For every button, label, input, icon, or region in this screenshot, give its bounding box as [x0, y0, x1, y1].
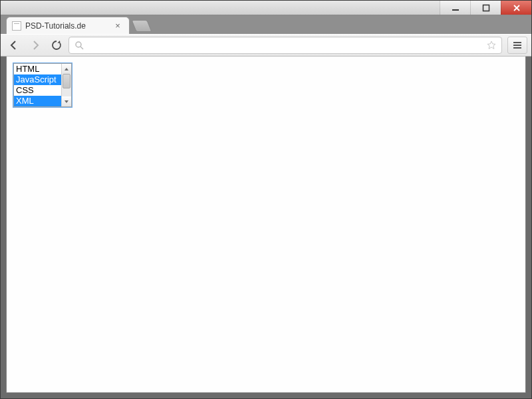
scrollbar-down-button[interactable]: [62, 96, 71, 106]
listbox-option[interactable]: XML: [14, 96, 61, 106]
window-titlebar: [1, 1, 531, 15]
browser-menu-button[interactable]: [507, 37, 527, 54]
tab-title: PSD-Tutorials.de: [25, 21, 109, 31]
bookmark-star-icon[interactable]: [487, 41, 496, 50]
listbox-items: HTML JavaScript CSS XML: [14, 64, 61, 106]
page-body: HTML JavaScript CSS XML: [7, 57, 525, 392]
new-tab-button[interactable]: [131, 20, 152, 32]
window-minimize-button[interactable]: [440, 1, 470, 15]
page-favicon-icon: [12, 21, 21, 31]
svg-rect-0: [452, 9, 459, 11]
back-button[interactable]: [5, 37, 23, 54]
browser-window: PSD-Tutorials.de ×: [0, 0, 532, 399]
url-input[interactable]: [88, 41, 483, 51]
search-icon: [74, 41, 84, 50]
tab-close-button[interactable]: ×: [113, 21, 122, 31]
svg-rect-5: [513, 45, 521, 46]
svg-point-2: [76, 42, 81, 47]
scrollbar-up-button[interactable]: [62, 64, 71, 74]
svg-rect-4: [513, 42, 521, 43]
listbox-option[interactable]: HTML: [14, 64, 61, 74]
window-maximize-button[interactable]: [470, 1, 501, 15]
listbox-option[interactable]: CSS: [14, 85, 61, 96]
reload-button[interactable]: [47, 37, 66, 54]
address-bar[interactable]: [68, 37, 502, 54]
forward-button[interactable]: [26, 37, 45, 54]
listbox-option[interactable]: JavaScript: [14, 74, 61, 85]
hamburger-icon: [513, 41, 522, 50]
tab-strip: PSD-Tutorials.de ×: [1, 15, 531, 34]
window-close-button[interactable]: [501, 1, 531, 15]
scrollbar-track[interactable]: [62, 74, 71, 96]
scrollbar-thumb[interactable]: [63, 74, 70, 88]
listbox-scrollbar[interactable]: [61, 64, 71, 106]
svg-rect-1: [483, 5, 489, 11]
page-viewport: HTML JavaScript CSS XML: [6, 57, 526, 393]
multiselect-listbox[interactable]: HTML JavaScript CSS XML: [13, 63, 72, 107]
browser-toolbar: [1, 34, 531, 57]
svg-rect-6: [513, 47, 521, 49]
browser-tab[interactable]: PSD-Tutorials.de ×: [6, 17, 130, 34]
svg-line-3: [80, 47, 83, 49]
